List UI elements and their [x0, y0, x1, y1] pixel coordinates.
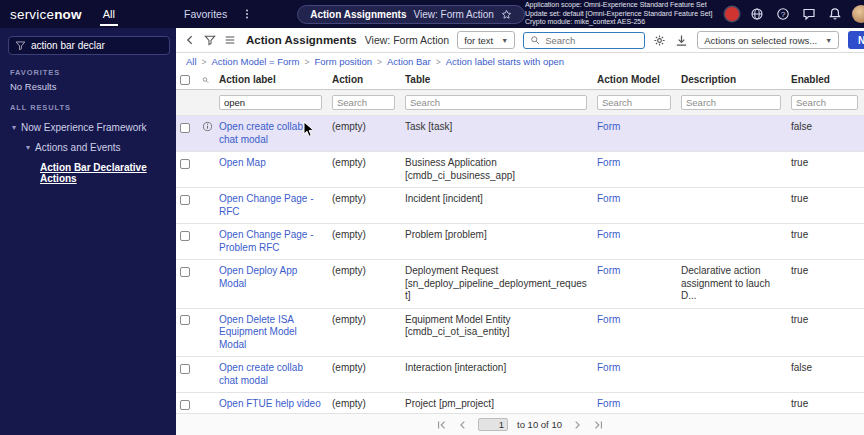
export-download-icon[interactable] — [675, 34, 688, 47]
record-link[interactable]: Open Map — [219, 157, 266, 168]
action-model-link[interactable]: Form — [597, 157, 620, 168]
pagination-row-input[interactable] — [478, 418, 508, 431]
action-model-link[interactable]: Form — [597, 229, 620, 240]
record-link[interactable]: Open create collab chat modal — [219, 362, 303, 386]
cell-action-model: Form — [593, 357, 677, 393]
gear-settings-icon[interactable] — [653, 34, 666, 47]
record-link[interactable]: Open Delete ISA Equipment Model Modal — [219, 314, 297, 350]
search-type-select[interactable]: for text ▼ — [457, 31, 515, 49]
actions-on-rows-select[interactable]: Actions on selected rows... ▼ — [697, 31, 839, 49]
table-row[interactable]: Open Change Page - RFC (empty) Incident … — [176, 188, 864, 224]
pagination-next-icon[interactable] — [571, 419, 583, 431]
record-link[interactable]: Open create collab chat modal — [219, 121, 303, 145]
table-row[interactable]: Open Delete ISA Equipment Model Modal (e… — [176, 308, 864, 357]
all-menu-button[interactable]: All — [100, 2, 118, 26]
globe-scope-icon[interactable] — [748, 6, 765, 23]
cell-action-label: Open create collab chat modal — [215, 357, 328, 393]
column-header-action-model[interactable]: Action Model — [593, 70, 677, 90]
table-row[interactable]: Open create collab chat modal (empty) Ta… — [176, 116, 864, 152]
pagination-prev-icon[interactable] — [457, 419, 469, 431]
record-preview-info-icon[interactable] — [202, 121, 213, 132]
favorites-menu-button[interactable]: Favorites — [184, 8, 227, 20]
row-checkbox[interactable] — [180, 267, 190, 277]
kebab-menu-icon[interactable] — [241, 8, 253, 20]
filter-input-enabled[interactable] — [791, 95, 858, 110]
breadcrumb-link[interactable]: Action Model = Form — [212, 56, 300, 67]
action-model-link[interactable]: Form — [597, 265, 620, 276]
favorite-star-icon[interactable] — [501, 9, 512, 20]
filter-input-description[interactable] — [681, 95, 781, 110]
column-header-action-label[interactable]: Action label — [215, 70, 328, 90]
row-checkbox[interactable] — [180, 195, 190, 205]
column-search-icon[interactable] — [202, 75, 209, 85]
filter-input-action-model[interactable] — [597, 95, 671, 110]
record-link[interactable]: Open FTUE help video — [219, 398, 321, 409]
table-row[interactable]: Open Change Page - Problem RFC (empty) P… — [176, 224, 864, 260]
record-link[interactable]: Open Change Page - RFC — [219, 193, 314, 217]
breadcrumb-link[interactable]: Action Bar — [387, 56, 431, 67]
record-link[interactable]: Open Change Page - Problem RFC — [219, 229, 314, 253]
table-row[interactable]: Open FTUE help video (empty) Project [pm… — [176, 393, 864, 413]
nav-search-input[interactable] — [31, 40, 163, 51]
list-filter-funnel-icon[interactable] — [204, 34, 216, 46]
nav-item-actions-and-events[interactable]: ▾ Actions and Events — [0, 137, 176, 157]
breadcrumb-link[interactable]: Action label starts with open — [446, 56, 564, 67]
select-all-checkbox[interactable] — [180, 75, 190, 85]
user-avatar[interactable] — [852, 5, 864, 23]
row-checkbox[interactable] — [180, 159, 190, 169]
list-search-box[interactable] — [523, 32, 645, 49]
info-cell — [198, 224, 215, 260]
filter-input-action-label[interactable] — [219, 95, 322, 110]
filter-cell — [677, 90, 787, 116]
cell-action-model: Form — [593, 393, 677, 413]
action-model-link[interactable]: Form — [597, 362, 620, 373]
cell-description — [677, 152, 787, 188]
action-model-link[interactable]: Form — [597, 398, 620, 409]
column-header-description[interactable]: Description — [677, 70, 787, 90]
search-type-value: for text — [464, 35, 493, 46]
action-model-link[interactable]: Form — [597, 314, 620, 325]
new-record-button[interactable]: New — [848, 31, 864, 49]
breadcrumb-link[interactable]: Form position — [314, 56, 372, 67]
action-model-link[interactable]: Form — [597, 121, 620, 132]
chevron-down-icon[interactable]: ▾ — [12, 123, 16, 132]
chat-icon[interactable] — [800, 6, 817, 23]
help-icon[interactable]: ? — [774, 6, 791, 23]
info-cell — [198, 308, 215, 357]
pagination-first-icon[interactable] — [436, 419, 448, 431]
table-row[interactable]: Open create collab chat modal (empty) In… — [176, 357, 864, 393]
nav-item-now-experience-framework[interactable]: ▾ Now Experience Framework — [0, 117, 176, 137]
filter-input-table[interactable] — [405, 95, 587, 110]
record-link[interactable]: Open Deploy App Modal — [219, 265, 297, 289]
chevron-down-icon[interactable]: ▾ — [26, 143, 30, 152]
row-checkbox[interactable] — [180, 400, 190, 410]
row-checkbox[interactable] — [180, 315, 190, 325]
notifications-bell-icon[interactable] — [826, 6, 843, 23]
nav-results-tree: ▾ Now Experience Framework ▾ Actions and… — [0, 117, 176, 188]
cell-action: (empty) — [328, 224, 401, 260]
list-menu-icon[interactable] — [224, 34, 236, 46]
table-row[interactable]: Open Map (empty) Business Application [c… — [176, 152, 864, 188]
chevron-down-icon: ▼ — [825, 37, 832, 44]
list-main-panel: Action Assignments View: Form Action for… — [176, 28, 864, 435]
list-view-label[interactable]: View: Form Action — [365, 34, 449, 46]
breadcrumb-link[interactable]: All — [186, 56, 197, 67]
info-cell — [198, 152, 215, 188]
red-status-badge-icon[interactable] — [725, 7, 739, 21]
cell-description — [677, 224, 787, 260]
row-checkbox[interactable] — [180, 364, 190, 374]
nav-search-box[interactable] — [8, 36, 170, 55]
filter-input-action[interactable] — [332, 95, 395, 110]
action-model-link[interactable]: Form — [597, 193, 620, 204]
back-arrow-icon[interactable] — [184, 34, 196, 46]
table-row[interactable]: Open Deploy App Modal (empty) Deployment… — [176, 260, 864, 309]
column-header-table[interactable]: Table — [401, 70, 593, 90]
list-search-input[interactable] — [545, 35, 638, 46]
column-header-enabled[interactable]: Enabled — [787, 70, 864, 90]
row-checkbox[interactable] — [180, 123, 190, 133]
context-pill[interactable]: Action Assignments View: Form Action — [297, 5, 525, 24]
row-checkbox[interactable] — [180, 231, 190, 241]
column-header-action[interactable]: Action — [328, 70, 401, 90]
nav-item-action-bar-declarative-actions[interactable]: Action Bar Declarative Actions — [0, 157, 176, 188]
pagination-last-icon[interactable] — [592, 419, 604, 431]
